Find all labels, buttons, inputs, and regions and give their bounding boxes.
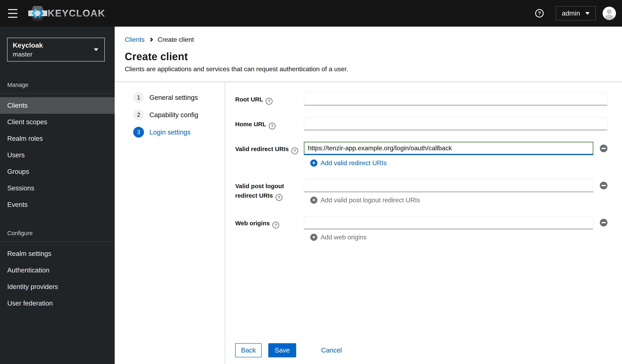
home-url-control xyxy=(304,117,607,130)
login-settings-form: Root URL Home URL Valid xyxy=(225,82,622,364)
question-circle-icon[interactable] xyxy=(272,222,279,228)
valid-redirect-uri-entry xyxy=(304,142,607,155)
web-origins-control: Add web origins xyxy=(304,216,607,241)
sidebar-item-authentication[interactable]: Authentication xyxy=(0,262,115,278)
web-origins-label-text: Web origins xyxy=(235,220,270,226)
breadcrumb-current: Create client xyxy=(158,36,194,43)
wizard-step-number: 1 xyxy=(133,92,144,103)
wizard-step-number: 3 xyxy=(133,127,144,138)
question-circle-icon[interactable] xyxy=(291,147,298,154)
wizard-step-general-settings[interactable]: 1 General settings xyxy=(133,92,225,103)
nav-list-manage: Clients Client scopes Realm roles Users … xyxy=(0,97,115,213)
valid-post-logout-redirect-uri-entry xyxy=(304,179,607,192)
keycloak-logo-graphic: KEYCLOAK xyxy=(28,3,105,23)
wizard-step-label: General settings xyxy=(149,94,198,101)
breadcrumb-link-clients[interactable]: Clients xyxy=(125,36,145,43)
question-circle-icon[interactable] xyxy=(266,98,272,105)
chevron-down-icon xyxy=(585,12,590,15)
wizard-step-label: Capability config xyxy=(149,111,198,119)
root-url-input[interactable] xyxy=(304,92,607,106)
help-icon[interactable] xyxy=(535,9,544,18)
chevron-right-icon xyxy=(149,37,153,42)
nav-toggle-hamburger-icon[interactable] xyxy=(8,9,17,18)
wizard-step-label: Login settings xyxy=(149,128,191,136)
home-url-label-text: Home URL xyxy=(235,121,266,127)
valid-redirect-uris-control: Add valid redirect URIs xyxy=(304,142,607,167)
nav-list-configure: Realm settings Authentication Identity p… xyxy=(0,245,115,311)
sidebar-item-user-federation[interactable]: User federation xyxy=(0,295,115,311)
wizard-step-capability-config[interactable]: 2 Capability config xyxy=(133,109,225,120)
plus-circle-icon xyxy=(310,197,317,204)
valid-post-logout-redirect-uris-control: Add valid post logout redirect URIs xyxy=(304,179,607,204)
add-valid-redirect-uri-button[interactable]: Add valid redirect URIs xyxy=(310,159,387,167)
sidebar-item-clients[interactable]: Clients xyxy=(0,97,115,114)
remove-valid-post-logout-redirect-uri-minus-circle-icon[interactable] xyxy=(600,182,607,189)
web-origin-input[interactable] xyxy=(304,216,593,229)
wizard-nav: 1 General settings 2 Capability config 3… xyxy=(115,82,225,364)
keycloak-admin-console: KEYCLOAK admin Keycloak master Manage xyxy=(0,0,622,364)
valid-post-logout-redirect-uris-label: Valid post logout redirect URIs xyxy=(235,179,304,204)
user-menu-dropdown[interactable]: admin xyxy=(556,6,596,20)
form-row-valid-redirect-uris: Valid redirect URIs Add valid redirect U… xyxy=(235,142,607,167)
plus-circle-icon xyxy=(310,234,317,241)
brand-text: KEYCLOAK xyxy=(48,8,105,18)
sidebar-item-identity-providers[interactable]: Identity providers xyxy=(0,278,115,295)
form-row-web-origins: Web origins Add web origins xyxy=(235,216,607,241)
masthead: KEYCLOAK admin xyxy=(0,0,622,27)
remove-valid-redirect-uri-minus-circle-icon[interactable] xyxy=(600,145,607,152)
nav-divider xyxy=(0,241,115,242)
add-valid-post-logout-redirect-uri-label: Add valid post logout redirect URIs xyxy=(321,196,420,204)
sidebar-item-client-scopes[interactable]: Client scopes xyxy=(0,114,115,130)
valid-redirect-uris-label: Valid redirect URIs xyxy=(235,142,304,167)
home-url-label: Home URL xyxy=(235,117,304,130)
sidebar-item-sessions[interactable]: Sessions xyxy=(0,180,115,196)
form-row-root-url: Root URL xyxy=(235,92,607,106)
root-url-label: Root URL xyxy=(235,92,304,106)
nav-section-title-manage: Manage xyxy=(7,82,107,88)
realm-selector-text: Keycloak master xyxy=(13,40,43,59)
page-title: Create client xyxy=(125,51,607,62)
wizard-step-number: 2 xyxy=(133,109,144,120)
realm-selector-current-realm: master xyxy=(13,50,43,59)
sidebar: Keycloak master Manage Clients Client sc… xyxy=(0,27,115,364)
question-circle-icon[interactable] xyxy=(269,123,275,129)
sidebar-item-events[interactable]: Events xyxy=(0,196,115,213)
avatar[interactable] xyxy=(603,7,616,20)
user-menu-label: admin xyxy=(562,9,580,17)
keycloak-logo: KEYCLOAK xyxy=(28,3,105,23)
sidebar-item-users[interactable]: Users xyxy=(0,147,115,163)
add-web-origin-button[interactable]: Add web origins xyxy=(310,234,367,241)
nav-section-title-configure: Configure xyxy=(7,230,107,237)
root-url-label-text: Root URL xyxy=(235,96,263,103)
sidebar-item-realm-settings[interactable]: Realm settings xyxy=(0,245,115,262)
add-valid-post-logout-redirect-uri-button[interactable]: Add valid post logout redirect URIs xyxy=(310,196,420,204)
add-web-origin-label: Add web origins xyxy=(321,234,367,241)
page-header: Clients Create client Create client Clie… xyxy=(115,27,622,82)
sidebar-item-realm-roles[interactable]: Realm roles xyxy=(0,130,115,147)
cancel-button[interactable]: Cancel xyxy=(321,346,342,354)
remove-web-origin-minus-circle-icon[interactable] xyxy=(600,219,607,226)
sidebar-item-groups[interactable]: Groups xyxy=(0,163,115,180)
realm-selector-title: Keycloak xyxy=(13,40,43,50)
breadcrumb: Clients Create client xyxy=(125,36,607,43)
back-button[interactable]: Back xyxy=(235,343,262,357)
wizard-step-login-settings[interactable]: 3 Login settings xyxy=(133,127,225,138)
page-body: 1 General settings 2 Capability config 3… xyxy=(115,82,622,364)
add-valid-redirect-uri-label: Add valid redirect URIs xyxy=(321,159,387,167)
chevron-down-icon xyxy=(94,48,98,51)
web-origin-entry xyxy=(304,216,607,229)
nav-divider xyxy=(0,93,115,93)
valid-redirect-uri-input[interactable] xyxy=(304,142,593,155)
form-row-valid-post-logout-redirect-uris: Valid post logout redirect URIs Add vali… xyxy=(235,179,607,204)
plus-circle-icon xyxy=(310,160,317,166)
save-button[interactable]: Save xyxy=(268,343,296,357)
form-actions: Back Save Cancel xyxy=(235,343,342,357)
form-row-home-url: Home URL xyxy=(235,117,607,130)
avatar-icon xyxy=(603,7,616,20)
question-circle-icon[interactable] xyxy=(275,194,282,201)
main-content: Clients Create client Create client Clie… xyxy=(115,27,622,364)
valid-post-logout-redirect-uri-input[interactable] xyxy=(304,179,593,192)
valid-redirect-uris-label-text: Valid redirect URIs xyxy=(235,146,289,152)
realm-selector-dropdown[interactable]: Keycloak master xyxy=(7,38,105,61)
home-url-input[interactable] xyxy=(304,117,607,130)
